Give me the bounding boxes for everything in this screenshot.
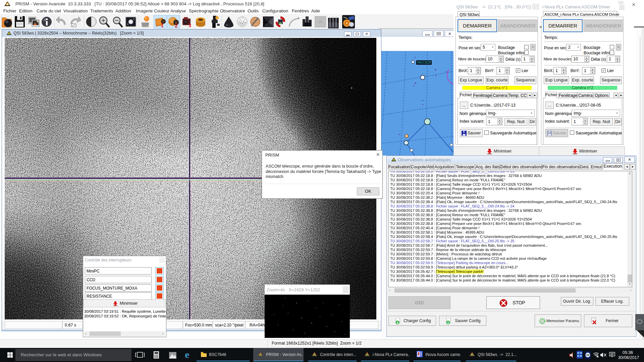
svg-text:2: 2 [175, 23, 178, 28]
svg-text:NGC828: NGC828 [417, 60, 431, 64]
svg-text:3: 3 [189, 22, 191, 28]
svg-text:1: 1 [161, 22, 164, 28]
